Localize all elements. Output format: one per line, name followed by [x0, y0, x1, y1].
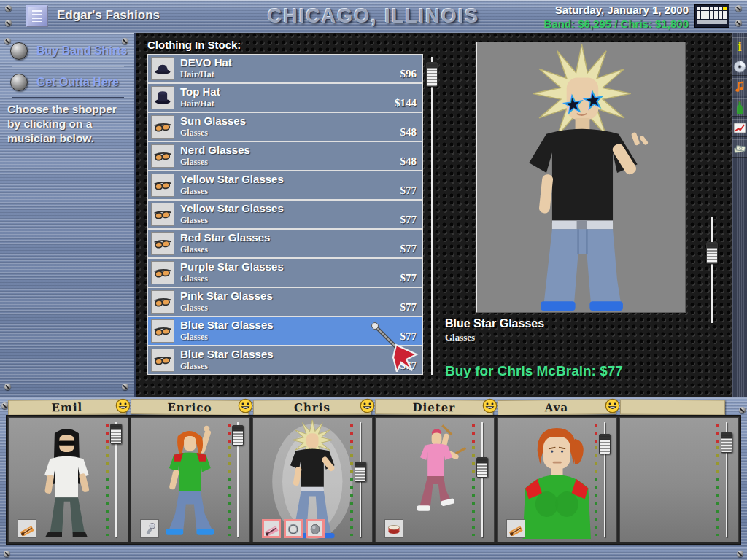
- band-member-cell-empty[interactable]: [619, 417, 740, 542]
- mixer-slider-thumb[interactable]: [599, 434, 611, 454]
- money-icon[interactable]: [732, 139, 747, 158]
- calendar-day-cell: [705, 15, 709, 19]
- clothing-item-category: Glasses: [180, 128, 208, 139]
- calendar-day-cell: [714, 15, 718, 19]
- glasses-icon: [151, 261, 174, 284]
- guitar-icon[interactable]: [18, 519, 36, 538]
- screw: [737, 551, 743, 557]
- divider: [12, 66, 124, 66]
- drum-icon[interactable]: [384, 519, 403, 538]
- clothing-item[interactable]: Blue Star GlassesGlasses$77: [148, 317, 422, 346]
- svg-text:i: i: [738, 39, 741, 54]
- clothing-item-price: $48: [400, 155, 417, 168]
- mood-smiley-icon: [605, 398, 620, 413]
- clothing-item-price: $77: [400, 272, 417, 284]
- calendar-day-cell: [719, 7, 722, 10]
- name-tape: Emil: [8, 399, 126, 416]
- instrument-icons: [506, 519, 525, 538]
- calendar-icon[interactable]: [694, 4, 729, 28]
- get-outta-here-button[interactable]: Get Outta Here: [10, 71, 119, 93]
- band-member-name: Dieter: [413, 400, 456, 414]
- cd-icon[interactable]: [732, 58, 747, 76]
- calendar-day-cell: [710, 15, 713, 19]
- clothing-item-category: Glasses: [180, 273, 208, 284]
- microphone-icon[interactable]: [140, 519, 159, 538]
- clothing-item-category: Glasses: [180, 361, 208, 372]
- clothing-item-category: Hair/Hat: [180, 98, 214, 109]
- calendar-day-cell: [701, 7, 705, 10]
- mixer-slider-thumb[interactable]: [232, 425, 244, 446]
- clothing-item-price: $77: [400, 301, 417, 314]
- chart-icon[interactable]: [732, 119, 747, 137]
- clothing-item-price: $96: [400, 68, 417, 80]
- glasses-icon: [151, 115, 174, 139]
- clothing-item-price: $77: [400, 184, 417, 197]
- mixer-ticks: [595, 424, 597, 536]
- glasses-icon: [151, 319, 174, 343]
- screw: [5, 20, 12, 26]
- instrument-icons: [140, 519, 159, 538]
- info-icon[interactable]: i: [732, 37, 747, 55]
- clothing-item[interactable]: Sun GlassesGlasses$48: [148, 113, 422, 142]
- top-bar: Edgar's Fashions CHICAGO, ILLINOIS Satur…: [0, 0, 747, 34]
- band-member-cell-dieter[interactable]: [375, 417, 495, 542]
- band-name-column: Dieter: [374, 398, 495, 415]
- clothing-item-category: Hair/Hat: [180, 69, 214, 80]
- clothing-item-category: Glasses: [180, 303, 208, 314]
- bottle-icon[interactable]: [732, 98, 747, 117]
- clothing-item-category: Glasses: [180, 215, 208, 226]
- preview-slider-track[interactable]: [711, 217, 713, 323]
- clothing-item-category: Glasses: [180, 186, 208, 197]
- clothing-item-category: Glasses: [180, 332, 208, 343]
- clothing-item[interactable]: Nerd GlassesGlasses$48: [148, 142, 422, 171]
- clothing-item[interactable]: Yellow Star GlassesGlasses$77: [148, 201, 422, 230]
- clothing-item[interactable]: Purple Star GlassesGlasses$77: [148, 259, 422, 288]
- mixer-slider-thumb[interactable]: [355, 462, 366, 482]
- mixer-slider-thumb[interactable]: [110, 424, 122, 444]
- bass-icon[interactable]: [262, 519, 281, 538]
- clothing-item[interactable]: Pink Star GlassesGlasses$77: [148, 288, 422, 317]
- clothing-item[interactable]: Top HatHair/Hat$144: [148, 84, 422, 113]
- cable-icon[interactable]: [284, 519, 303, 538]
- band-member-cell-emil[interactable]: [8, 417, 128, 542]
- buy-band-shirts-button[interactable]: Buy Band Shirts: [10, 40, 127, 62]
- band-member-cell-ava[interactable]: [497, 417, 617, 542]
- mixer-slider-track[interactable]: [481, 422, 483, 537]
- clothing-item-price: $77: [400, 214, 417, 226]
- calendar-day-cell: [705, 7, 709, 10]
- glasses-icon: [151, 232, 174, 255]
- name-tape: Chris: [253, 399, 371, 415]
- glasses-icon: [151, 144, 174, 168]
- clothing-item[interactable]: Blue Star GlassesGlasses$77: [148, 346, 422, 374]
- music-note-icon[interactable]: [732, 78, 747, 96]
- mixer-slider-thumb[interactable]: [721, 432, 732, 453]
- clothing-item-name: Top Hat: [180, 85, 220, 98]
- hat-icon: [151, 57, 174, 80]
- mixer-slider-thumb[interactable]: [476, 457, 488, 478]
- calendar-day-cell: [701, 15, 705, 19]
- glasses-icon: [151, 349, 174, 372]
- band-member-cell-enrico[interactable]: [131, 417, 251, 542]
- menu-button[interactable]: [26, 5, 48, 27]
- clothing-item[interactable]: Yellow Star GlassesGlasses$77: [148, 171, 422, 201]
- clothing-item[interactable]: DEVO HatHair/Hat$96: [148, 55, 422, 84]
- pedal-icon[interactable]: [306, 519, 325, 538]
- clothing-item-price: $77: [400, 359, 417, 372]
- band-member-name: Enrico: [167, 400, 212, 414]
- mixer-ticks: [350, 424, 353, 536]
- name-tape: Enrico: [131, 399, 249, 416]
- instrument-icons: [384, 519, 403, 538]
- clothing-item[interactable]: Red Star GlassesGlasses$77: [148, 230, 422, 259]
- instrument-icons: [18, 519, 36, 538]
- mood-smiley-icon: [360, 398, 375, 413]
- shop-name: Edgar's Fashions: [57, 8, 160, 23]
- band-member-cell-chris[interactable]: [252, 417, 373, 542]
- buy-button[interactable]: Buy for Chris McBrain: $77: [445, 363, 623, 379]
- calendar-day-cell: [705, 11, 709, 15]
- list-scrollbar-thumb[interactable]: [426, 62, 438, 87]
- list-scrollbar-track[interactable]: [431, 57, 433, 375]
- preview-slider-thumb[interactable]: [706, 242, 718, 264]
- clothing-item-name: Red Star Glasses: [180, 231, 270, 244]
- calendar-day-cell: [714, 11, 718, 15]
- guitar-icon[interactable]: [506, 519, 525, 538]
